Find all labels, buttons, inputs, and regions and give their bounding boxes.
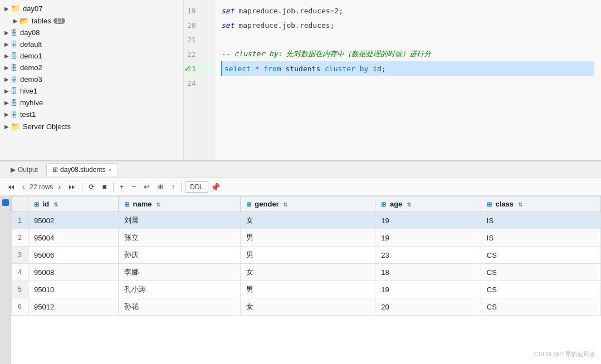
nav-next-button[interactable]: ›: [55, 181, 63, 192]
expand-arrow: ▶: [4, 88, 9, 94]
code-line-19: set mapreduce.job.reduces=2;: [221, 3, 594, 18]
tab-result[interactable]: ⊞ day08.students ×: [46, 163, 118, 176]
nav-first-button[interactable]: ⏮: [4, 181, 17, 192]
table-row[interactable]: 1 95002 刘晨 女 19 IS: [12, 212, 601, 229]
expand-arrow: ▶: [4, 41, 9, 47]
sidebar: ▶ 📁 day07 ▶ 📂 tables 10 ▶ 🗄 day08 ▶ 🗄 de…: [0, 0, 184, 160]
table-icon: ⊞: [52, 166, 58, 174]
sidebar-item-label: default: [20, 40, 42, 48]
col-header-age[interactable]: ⊞ age ⇅: [375, 196, 481, 212]
sidebar-item-demo1[interactable]: ▶ 🗄 demo1: [0, 50, 183, 62]
database-icon: 🗄: [11, 29, 17, 37]
cell-gender: 女: [240, 298, 375, 316]
table-row[interactable]: 5 95010 孔小涛 男 19 CS: [12, 281, 601, 298]
tab-output-label: Output: [18, 166, 38, 174]
data-table-container[interactable]: ⊞ id ⇅ ⊞ name ⇅ ⊞ gender ⇅: [11, 196, 601, 364]
col-label-class: class: [495, 200, 514, 208]
expand-arrow: ▶: [4, 100, 9, 106]
sidebar-item-label: tables: [32, 17, 51, 25]
sidebar-item-day08[interactable]: ▶ 🗄 day08: [0, 27, 183, 38]
cell-class: IS: [481, 229, 600, 247]
sidebar-item-label: myhive: [20, 99, 43, 107]
output-icon: ▶: [11, 166, 16, 174]
col-header-class[interactable]: ⊞ class ⇅: [481, 196, 600, 212]
add-row-button[interactable]: +: [117, 181, 127, 192]
cell-gender: 女: [240, 212, 375, 229]
cell-gender: 男: [240, 281, 375, 298]
undo-button[interactable]: ↩: [141, 181, 153, 192]
remove-row-button[interactable]: −: [129, 181, 139, 192]
pin-icon[interactable]: 📌: [211, 183, 220, 191]
cell-age: 19: [375, 212, 481, 229]
sort-icon-class[interactable]: ⇅: [518, 201, 522, 208]
col-icon-name: ⊞: [124, 201, 129, 208]
separator-3: [181, 182, 182, 192]
tab-output[interactable]: ▶ Output: [4, 163, 44, 176]
cell-name: 孙庆: [118, 247, 240, 264]
col-icon-gender: ⊞: [246, 201, 251, 208]
col-header-gender[interactable]: ⊞ gender ⇅: [240, 196, 375, 212]
col-header-id[interactable]: ⊞ id ⇅: [28, 196, 119, 212]
database-icon: 🗄: [11, 64, 17, 72]
cell-id: 95012: [28, 298, 119, 316]
sort-icon-age[interactable]: ⇅: [407, 201, 411, 208]
database-icon: 🗄: [11, 99, 17, 107]
tab-close-button[interactable]: ×: [108, 166, 111, 173]
up-button[interactable]: ↑: [169, 181, 178, 192]
folder-icon: 📁: [11, 4, 20, 13]
refresh-button[interactable]: ⟳: [86, 181, 97, 192]
table-row[interactable]: 6 95012 孙花 女 20 CS: [12, 298, 601, 316]
table-row[interactable]: 3 95006 孙庆 男 23 CS: [12, 247, 601, 264]
expand-arrow: ▶: [4, 29, 9, 36]
code-line-23: select * from students cluster by id;: [221, 61, 594, 76]
sidebar-item-label: day07: [23, 4, 42, 13]
col-header-name[interactable]: ⊞ name ⇅: [118, 196, 240, 212]
sidebar-item-myhive[interactable]: ▶ 🗄 myhive: [0, 97, 183, 109]
col-label-age: age: [390, 200, 402, 208]
cell-id: 95006: [28, 247, 119, 264]
sidebar-item-test1[interactable]: ▶ 🗄 test1: [0, 109, 183, 120]
sidebar-item-demo3[interactable]: ▶ 🗄 demo3: [0, 73, 183, 85]
code-line-21: [221, 32, 594, 47]
sort-icon-id[interactable]: ⇅: [53, 201, 58, 208]
code-content[interactable]: set mapreduce.job.reduces=2; set mapredu…: [214, 0, 601, 160]
sidebar-item-label: demo3: [20, 75, 42, 83]
sidebar-item-label: hive1: [20, 87, 37, 95]
sidebar-item-hive1[interactable]: ▶ 🗄 hive1: [0, 85, 183, 97]
sidebar-item-label: test1: [20, 110, 36, 119]
col-label-id: id: [43, 200, 50, 208]
tables-badge: 10: [53, 18, 65, 24]
stop-button[interactable]: ■: [100, 181, 110, 192]
sidebar-item-label: demo1: [20, 52, 42, 60]
nav-last-button[interactable]: ⏭: [66, 181, 79, 192]
database-icon: 🗄: [11, 76, 17, 83]
line-20: 20: [184, 18, 214, 32]
sidebar-item-server-objects[interactable]: ▶ 📁 Server Objects: [0, 120, 183, 132]
copy-button[interactable]: ⊕: [155, 181, 167, 192]
sidebar-item-demo2[interactable]: ▶ 🗄 demo2: [0, 62, 183, 73]
line-numbers: 19 20 21 22 ✔ 23 24: [184, 0, 214, 160]
cell-class: CS: [481, 298, 600, 316]
ddl-button[interactable]: DDL: [185, 181, 208, 193]
rows-info: 22 rows: [30, 183, 53, 191]
database-icon: 🗄: [11, 52, 17, 60]
folder-icon: 📁: [11, 122, 20, 131]
rows-count: 22 rows: [30, 183, 53, 191]
table-row[interactable]: 2 95004 张立 男 19 IS: [12, 229, 601, 247]
nav-prev-button[interactable]: ‹: [19, 181, 27, 192]
table-row[interactable]: 4 95008 李娜 女 18 CS: [12, 264, 601, 281]
code-line-20: set mapreduce.job.reduces;: [221, 18, 594, 32]
col-icon-id: ⊞: [34, 201, 39, 208]
database-icon: 🗄: [11, 41, 17, 48]
sort-icon-name[interactable]: ⇅: [156, 201, 160, 208]
sidebar-item-default[interactable]: ▶ 🗄 default: [0, 38, 183, 50]
col-icon-age: ⊞: [381, 201, 386, 208]
expand-arrow: ▶: [4, 53, 9, 59]
sort-icon-gender[interactable]: ⇅: [283, 201, 287, 208]
sidebar-item-tables[interactable]: ▶ 📂 tables 10: [0, 14, 183, 27]
sidebar-item-day07[interactable]: ▶ 📁 day07: [0, 2, 183, 14]
tab-result-label: day08.students: [60, 166, 105, 174]
expand-arrow: ▶: [4, 65, 9, 71]
cell-gender: 男: [240, 247, 375, 264]
code-editor[interactable]: 19 20 21 22 ✔ 23 24 set mapreduce.job.re…: [184, 0, 601, 160]
